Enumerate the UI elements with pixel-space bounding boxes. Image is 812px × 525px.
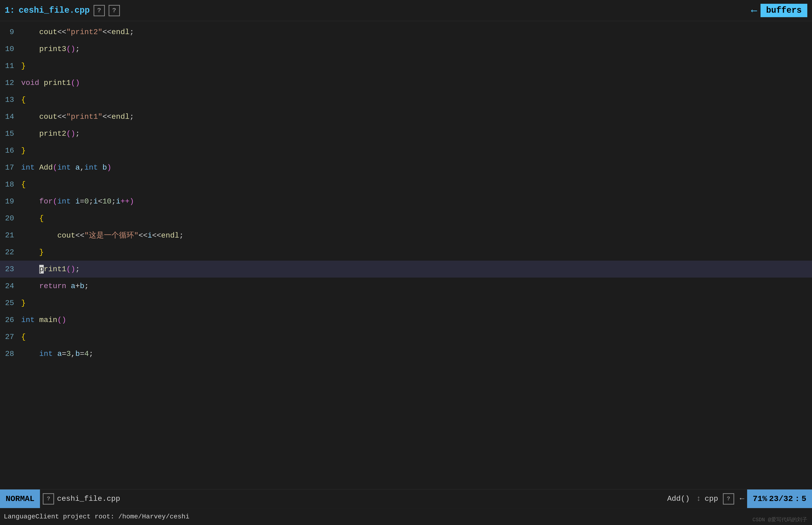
token: << [57,112,66,121]
token [71,163,75,172]
status-sep: ↕ [694,494,703,503]
token: void [21,78,39,87]
token: a [71,282,75,290]
line-content-14: cout<<"print1"<<endl; [21,112,810,121]
code-line-22: 22 } [0,244,812,260]
token: a [75,163,80,172]
token: ; [89,349,93,358]
token [21,28,39,36]
token: int [57,163,71,172]
token: ; [75,265,80,273]
token: i [148,231,152,240]
tab-icon1[interactable]: ? [94,5,105,16]
token: << [57,28,66,36]
line-number-16: 16 [2,146,21,155]
token: i [75,197,80,206]
token: () [66,129,75,138]
status-bar: NORMAL ? ceshi_file.cpp Add() ↕ cpp ? ← … [0,489,812,508]
code-line-13: 13{ [0,91,812,108]
tab-filename: ceshi_file.cpp [19,6,90,15]
line-number-17: 17 [2,163,21,172]
token: int [21,163,35,172]
token: { [21,214,44,223]
token: for [39,197,53,206]
buffers-label: buffers [766,6,802,15]
token: { [21,333,26,341]
token: b [75,349,80,358]
status-colon: : [795,494,799,504]
buffers-button[interactable]: buffers [761,4,807,17]
line-content-26: int main() [21,316,810,324]
code-line-20: 20 { [0,210,812,227]
tab-number: 1: [5,6,15,15]
token [21,349,39,358]
token: () [57,316,66,324]
tab-bar: 1: ceshi_file.cpp ? ? ⟵ buffers [0,0,812,21]
status-icon: ? [43,493,54,505]
status-lang-icon: ? [723,493,734,505]
token: a [57,349,62,358]
token: ; [89,197,93,206]
token: , [80,163,85,172]
code-line-10: 10 print3(); [0,41,812,57]
token: { [21,95,26,104]
token: print1 [44,78,71,87]
token [21,45,39,54]
line-content-18: { [21,180,810,189]
token: , [71,349,75,358]
token: int [21,316,35,324]
token: << [152,231,161,240]
line-content-10: print3(); [21,45,810,54]
line-number-24: 24 [2,282,21,290]
token: << [138,231,148,240]
line-content-12: void print1() [21,78,810,87]
code-line-23: 23 print1(); [0,260,812,278]
line-number-19: 19 [2,197,21,206]
token [21,197,39,206]
token: int [57,197,71,206]
line-content-21: cout<<"这是一个循环"<<i<<endl; [21,230,810,240]
token [66,282,71,290]
line-content-28: int a=3,b=4; [21,349,810,358]
token: } [21,146,26,155]
token [21,265,39,273]
code-line-9: 9 cout<<"print2"<<endl; [0,24,812,41]
code-line-26: 26int main() [0,312,812,328]
token: ; [85,282,89,290]
line-number-25: 25 [2,299,21,308]
token: << [103,112,111,121]
token: b [103,163,107,172]
code-line-17: 17int Add(int a,int b) [0,159,812,176]
line-number-26: 26 [2,316,21,324]
code-line-18: 18{ [0,176,812,193]
line-content-23: print1(); [21,265,810,273]
token: } [21,299,26,308]
line-number-12: 12 [2,78,21,87]
line-content-19: for(int i=0;i<10;i++) [21,197,810,206]
line-content-17: int Add(int a,int b) [21,163,810,172]
line-content-13: { [21,95,810,104]
code-line-19: 19 for(int i=0;i<10;i++) [0,193,812,210]
token: p [39,265,44,273]
line-content-9: cout<<"print2"<<endl; [21,28,810,36]
token: "print1" [66,112,103,121]
cmd-line: LanguageClient project root: /home/Harve… [0,508,812,525]
token: return [39,282,66,290]
status-pos: 23/32 [769,494,793,504]
token: ; [111,197,116,206]
token: ; [75,45,80,54]
code-line-25: 25} [0,295,812,312]
token: i [93,197,98,206]
token: Add [39,163,53,172]
code-line-27: 27{ [0,328,812,345]
token [39,78,44,87]
token [21,231,57,240]
line-content-20: { [21,214,810,223]
line-content-27: { [21,333,810,341]
line-number-18: 18 [2,180,21,189]
line-content-15: print2(); [21,129,810,138]
token: int [85,163,98,172]
tab-icon2[interactable]: ? [109,5,120,16]
token: = [80,349,85,358]
token: "这是一个循环" [85,231,138,240]
